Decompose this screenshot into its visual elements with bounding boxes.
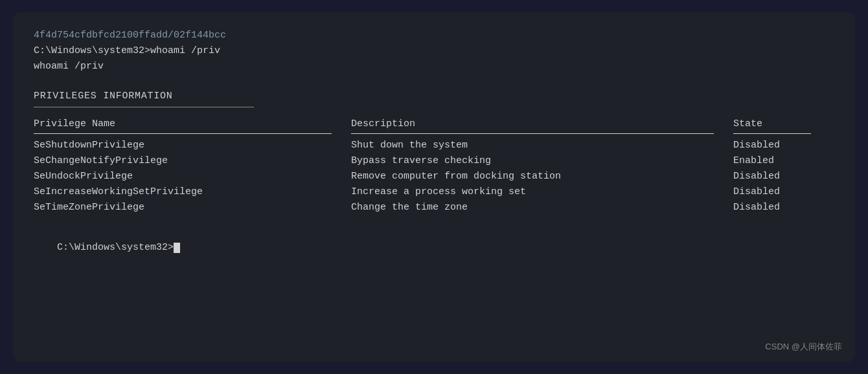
col-header-state: State [733,116,834,132]
col-header-privilege: Privilege Name [34,116,351,132]
row-2-name: SeChangeNotifyPrivilege [34,153,351,169]
row-3-state: Disabled [733,169,834,184]
row-1-desc: Shut down the system [351,138,733,153]
prev-hash-line: 4f4d754cfdbfcd2100ffadd/02f144bcc [34,28,834,43]
section-title: PRIVILEGES INFORMATION [34,89,834,104]
table-row: SeChangeNotifyPrivilege Bypass traverse … [34,153,834,169]
row-4-state: Disabled [733,184,834,200]
row-5-name: SeTimeZonePrivilege [34,200,351,215]
watermark: CSDN @人间体佐菲 [765,340,842,354]
row-5-state: Disabled [733,200,834,215]
row-4-name: SeIncreaseWorkingSetPrivilege [34,184,351,200]
prompt-line: C:\Windows\system32> [34,225,834,271]
col-header-description: Description [351,116,733,132]
table-row: SeShutdownPrivilege Shut down the system… [34,138,834,153]
table-row: SeTimeZonePrivilege Change the time zone… [34,200,834,215]
row-1-state: Disabled [733,138,834,153]
terminal-window: 4f4d754cfdbfcd2100ffadd/02f144bcc C:\Win… [13,12,855,362]
cmd-line-2: whoami /priv [34,59,834,74]
row-4-desc: Increase a process working set [351,184,733,200]
table-row: SeIncreaseWorkingSetPrivilege Increase a… [34,184,834,200]
cursor-block [174,243,180,253]
table-row: SeUndockPrivilege Remove computer from d… [34,169,834,184]
row-5-desc: Change the time zone [351,200,733,215]
column-headers: Privilege Name Description State [34,116,834,132]
row-2-desc: Bypass traverse checking [351,153,733,169]
row-3-desc: Remove computer from docking station [351,169,733,184]
column-dividers [34,133,834,134]
row-2-state: Enabled [733,153,834,169]
row-1-name: SeShutdownPrivilege [34,138,351,153]
row-3-name: SeUndockPrivilege [34,169,351,184]
cmd-line-1: C:\Windows\system32>whoami /priv [34,43,834,59]
